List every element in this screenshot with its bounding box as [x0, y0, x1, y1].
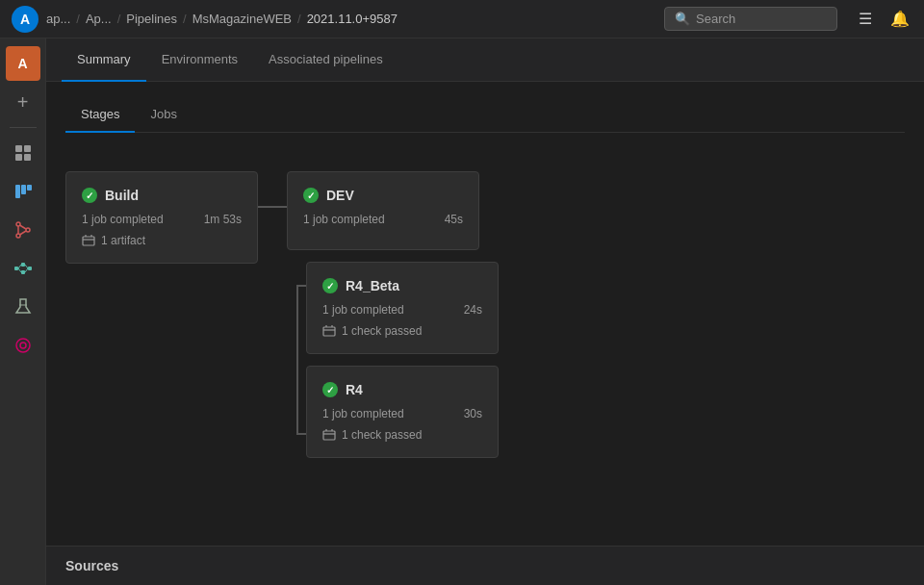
connector-build-dev: [258, 171, 287, 208]
r4beta-jobs: 1 job completed: [322, 303, 404, 317]
breadcrumb: ap... / Ap... / Pipelines / MsMagazineWE…: [46, 12, 656, 26]
svg-line-11: [19, 225, 26, 229]
branch-container: R4_Beta 1 job completed 24s 1 check pass…: [287, 262, 499, 458]
stage-card-r4[interactable]: R4 1 job completed 30s 1 check passed: [306, 366, 499, 458]
sidebar-item-overview[interactable]: [6, 136, 40, 170]
dev-branch: DEV 1 job completed 45s: [287, 171, 499, 250]
r4beta-status-icon: [322, 278, 338, 293]
svg-line-20: [25, 268, 28, 272]
sources-title: Sources: [65, 558, 118, 573]
build-artifact: 1 artifact: [82, 234, 242, 247]
svg-rect-4: [15, 185, 20, 198]
sidebar-add-button[interactable]: +: [6, 85, 40, 119]
search-box[interactable]: 🔍 Search: [664, 7, 837, 31]
sources-section: Sources: [46, 546, 924, 585]
svg-rect-24: [83, 237, 94, 245]
stage-card-r4beta[interactable]: R4_Beta 1 job completed 24s 1 check pass…: [306, 262, 499, 354]
notifications-icon[interactable]: 🔔: [887, 7, 912, 32]
sidebar-item-artifacts[interactable]: [6, 328, 40, 363]
r4-status-icon: [322, 382, 338, 397]
sidebar-item-test[interactable]: [6, 290, 40, 324]
svg-rect-13: [14, 267, 18, 270]
page-content: Stages Jobs Build 1 job completed 1m 53s: [46, 82, 924, 546]
r4-info: 1 job completed 30s: [322, 407, 482, 420]
org-logo[interactable]: A: [12, 6, 38, 33]
r4beta-name: R4_Beta: [346, 278, 399, 293]
dev-info: 1 job completed 45s: [303, 213, 463, 226]
branch-v-line: [296, 285, 298, 435]
tab-summary[interactable]: Summary: [62, 38, 146, 82]
nav-tabs: Summary Environments Associated pipeline…: [46, 38, 924, 82]
r4beta-title: R4_Beta: [322, 278, 482, 293]
r4-check-label: 1 check passed: [342, 428, 422, 442]
stage-card-dev[interactable]: DEV 1 job completed 45s: [287, 171, 479, 250]
dev-status-icon: [303, 188, 319, 203]
breadcrumb-part4[interactable]: MsMagazineWEB: [192, 12, 292, 26]
inner-tabs: Stages Jobs: [65, 97, 905, 133]
sidebar: A +: [0, 38, 46, 585]
breadcrumb-part2[interactable]: Ap...: [86, 12, 112, 26]
tab-environments[interactable]: Environments: [146, 38, 253, 82]
tab-associated-pipelines[interactable]: Associated pipelines: [253, 38, 398, 82]
svg-line-18: [18, 268, 21, 272]
svg-line-12: [19, 231, 26, 235]
r4beta-duration: 24s: [464, 303, 482, 317]
dev-title: DEV: [303, 188, 463, 203]
svg-rect-0: [15, 145, 22, 152]
svg-rect-2: [15, 154, 22, 161]
h-line: [258, 206, 287, 208]
r4-name: R4: [346, 382, 363, 397]
svg-line-17: [18, 265, 21, 268]
list-icon[interactable]: ☰: [853, 7, 878, 32]
svg-point-22: [16, 339, 30, 352]
sidebar-item-repos[interactable]: [6, 213, 40, 247]
build-name: Build: [105, 188, 139, 203]
sidebar-user-avatar[interactable]: A: [6, 46, 40, 81]
r4beta-info: 1 job completed 24s: [322, 303, 482, 317]
build-duration: 1m 53s: [204, 213, 242, 226]
svg-rect-32: [323, 431, 335, 440]
build-status-icon: [82, 188, 97, 203]
svg-point-9: [26, 228, 30, 232]
dev-duration: 45s: [445, 213, 463, 226]
build-artifact-label: 1 artifact: [101, 234, 145, 247]
sidebar-item-boards[interactable]: [6, 174, 40, 209]
breadcrumb-part3[interactable]: Pipelines: [126, 12, 177, 26]
build-title: Build: [82, 188, 242, 203]
svg-rect-3: [24, 154, 31, 161]
tab-stages[interactable]: Stages: [65, 97, 135, 133]
sidebar-item-pipelines[interactable]: [6, 251, 40, 286]
build-jobs: 1 job completed: [82, 213, 164, 226]
r4-title: R4: [322, 382, 482, 397]
svg-rect-14: [21, 263, 25, 267]
r4beta-check-label: 1 check passed: [342, 324, 422, 338]
r4-jobs: 1 job completed: [322, 407, 404, 420]
stages-container: Build 1 job completed 1m 53s 1 artifact: [65, 156, 905, 473]
r4-duration: 30s: [464, 407, 482, 420]
r4-check: 1 check passed: [322, 428, 482, 442]
dev-jobs: 1 job completed: [303, 213, 385, 226]
topbar: A ap... / Ap... / Pipelines / MsMagazine…: [0, 0, 924, 38]
svg-rect-15: [21, 270, 25, 274]
svg-rect-6: [27, 185, 32, 191]
stage-card-build[interactable]: Build 1 job completed 1m 53s 1 artifact: [65, 171, 258, 264]
svg-rect-5: [21, 185, 26, 194]
branch-vertical: [287, 262, 306, 458]
svg-rect-1: [24, 145, 31, 152]
r4beta-check: 1 check passed: [322, 324, 482, 338]
breadcrumb-current[interactable]: 2021.11.0+9587: [307, 12, 398, 26]
sidebar-divider: [10, 127, 37, 128]
topbar-actions: ☰ 🔔: [853, 7, 912, 32]
svg-rect-28: [323, 327, 335, 336]
svg-point-23: [20, 343, 26, 348]
main-layout: A + Summary Environments Associated pipe…: [0, 38, 924, 585]
dev-name: DEV: [326, 188, 354, 203]
breadcrumb-part1[interactable]: ap...: [46, 12, 70, 26]
tab-jobs[interactable]: Jobs: [135, 97, 192, 133]
svg-rect-16: [28, 267, 32, 270]
content-area: Summary Environments Associated pipeline…: [46, 38, 924, 585]
search-icon: 🔍: [675, 12, 690, 26]
right-stages: DEV 1 job completed 45s: [287, 171, 499, 458]
lower-stages: R4_Beta 1 job completed 24s 1 check pass…: [306, 262, 499, 458]
search-label: Search: [696, 12, 735, 26]
